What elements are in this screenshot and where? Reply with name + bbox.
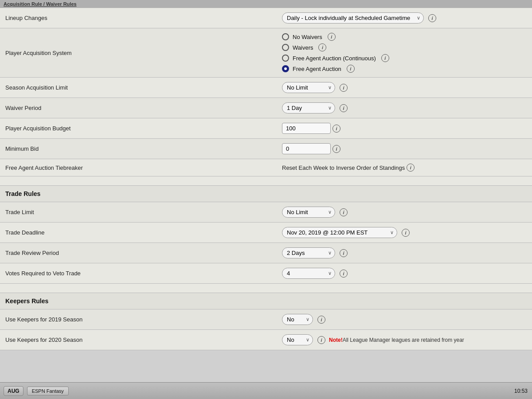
- lineup-changes-select-wrapper[interactable]: Daily - Lock individually at Scheduled G…: [282, 12, 424, 23]
- radio-label-faa: Free Agent Auction: [293, 66, 341, 72]
- keepers-2019-row: Use Keepers for 2019 Season No i: [0, 309, 532, 330]
- minimum-bid-info-icon[interactable]: i: [332, 145, 340, 153]
- votes-required-control: 4 i: [277, 263, 532, 284]
- trade-limit-label: Trade Limit: [0, 202, 277, 223]
- keepers-2020-control: No i Note! All League Manager leagues ar…: [277, 330, 532, 350]
- trade-review-info-icon[interactable]: i: [340, 249, 348, 257]
- trade-deadline-inline: Nov 20, 2019 @ 12:00 PM EST i: [282, 227, 527, 238]
- no-waivers-info-icon[interactable]: i: [328, 33, 336, 41]
- trade-limit-select[interactable]: No Limit: [282, 207, 335, 218]
- tiebreaker-inline: Reset Each Week to Inverse Order of Stan…: [282, 164, 527, 172]
- tiebreaker-value: Reset Each Week to Inverse Order of Stan…: [282, 164, 405, 171]
- trade-deadline-control: Nov 20, 2019 @ 12:00 PM EST i: [277, 223, 532, 243]
- season-acquisition-select-wrapper[interactable]: No Limit: [282, 82, 335, 93]
- season-acquisition-label: Season Acquisition Limit: [0, 78, 277, 98]
- minimum-bid-input[interactable]: [282, 143, 331, 154]
- taskbar-start-button[interactable]: AUG: [4, 386, 23, 396]
- faa-info-icon[interactable]: i: [347, 65, 355, 73]
- votes-required-select[interactable]: 4: [282, 268, 335, 279]
- waiver-period-select-wrapper[interactable]: 1 Day: [282, 102, 335, 113]
- acquisition-budget-info-icon[interactable]: i: [332, 125, 340, 133]
- minimum-bid-row: Minimum Bid i: [0, 139, 532, 159]
- lineup-changes-info-icon[interactable]: i: [428, 14, 436, 22]
- trade-deadline-info-icon[interactable]: i: [402, 229, 410, 237]
- season-acquisition-select[interactable]: No Limit: [282, 82, 335, 93]
- waiver-period-info-icon[interactable]: i: [340, 104, 348, 112]
- waiver-period-row: Waiver Period 1 Day i: [0, 98, 532, 118]
- lineup-changes-label: Lineup Changes: [0, 8, 277, 28]
- page-wrapper: Acquisition Rule / Waiver Rules Lineup C…: [0, 0, 532, 399]
- keepers-2019-label: Use Keepers for 2019 Season: [0, 309, 277, 330]
- season-acquisition-inline: No Limit i: [282, 82, 527, 93]
- content-area: Lineup Changes Daily - Lock individually…: [0, 8, 532, 350]
- lineup-changes-select[interactable]: Daily - Lock individually at Scheduled G…: [282, 12, 424, 23]
- votes-required-inline: 4 i: [282, 268, 527, 279]
- radio-waivers[interactable]: Waivers i: [282, 43, 527, 51]
- page-title: Acquisition Rule / Waiver Rules: [4, 1, 77, 7]
- tiebreaker-info-icon[interactable]: i: [407, 164, 415, 172]
- trade-limit-info-icon[interactable]: i: [340, 208, 348, 216]
- trade-review-select[interactable]: 2 Days: [282, 247, 335, 258]
- tiebreaker-control: Reset Each Week to Inverse Order of Stan…: [277, 159, 532, 176]
- keepers-2019-select[interactable]: No: [282, 314, 313, 325]
- trade-review-control: 2 Days i: [277, 243, 532, 263]
- keepers-rules-header-row: Keepers Rules: [0, 293, 532, 309]
- keepers-2019-select-wrapper[interactable]: No: [282, 314, 313, 325]
- top-bar: Acquisition Rule / Waiver Rules: [0, 0, 532, 8]
- waiver-period-select[interactable]: 1 Day: [282, 102, 335, 113]
- keepers-2019-control: No i: [277, 309, 532, 330]
- trade-limit-inline: No Limit i: [282, 207, 527, 218]
- acquisition-budget-input[interactable]: [282, 123, 331, 134]
- season-acquisition-info-icon[interactable]: i: [340, 84, 348, 92]
- trade-review-select-wrapper[interactable]: 2 Days: [282, 247, 335, 258]
- radio-label-waivers: Waivers: [293, 44, 313, 51]
- lineup-changes-row: Lineup Changes Daily - Lock individually…: [0, 8, 532, 28]
- trade-deadline-select-wrapper[interactable]: Nov 20, 2019 @ 12:00 PM EST: [282, 227, 397, 238]
- settings-table: Lineup Changes Daily - Lock individually…: [0, 8, 532, 350]
- keepers-2019-info-icon[interactable]: i: [317, 316, 325, 324]
- radio-faa[interactable]: Free Agent Auction i: [282, 65, 527, 73]
- keepers-2020-note: Note!: [329, 337, 343, 343]
- radio-circle-waivers[interactable]: [282, 44, 289, 51]
- keepers-2020-info-icon[interactable]: i: [317, 336, 325, 344]
- radio-circle-faa-continuous[interactable]: [282, 55, 289, 62]
- votes-required-select-wrapper[interactable]: 4: [282, 268, 335, 279]
- trade-rules-header-row: Trade Rules: [0, 186, 532, 202]
- minimum-bid-inline: i: [282, 143, 527, 154]
- taskbar-item-browser[interactable]: ESPN Fantasy: [27, 387, 69, 395]
- acquisition-budget-row: Player Acquisition Budget i: [0, 118, 532, 139]
- minimum-bid-control: i: [277, 139, 532, 159]
- lineup-changes-inline: Daily - Lock individually at Scheduled G…: [282, 12, 527, 23]
- radio-faa-continuous[interactable]: Free Agent Auction (Continuous) i: [282, 54, 527, 62]
- keepers-2019-inline: No i: [282, 314, 527, 325]
- radio-circle-no-waivers[interactable]: [282, 33, 289, 40]
- spacer-row-2: [0, 284, 532, 293]
- lineup-changes-control: Daily - Lock individually at Scheduled G…: [277, 8, 532, 28]
- radio-no-waivers[interactable]: No Waivers i: [282, 33, 527, 41]
- votes-required-info-icon[interactable]: i: [340, 270, 348, 278]
- keepers-2020-label: Use Keepers for 2020 Season: [0, 330, 277, 350]
- acquisition-budget-inline: i: [282, 123, 527, 134]
- tiebreaker-row: Free Agent Auction Tiebreaker Reset Each…: [0, 159, 532, 176]
- player-acquisition-row: Player Acquisition System No Waivers i W…: [0, 28, 532, 78]
- waiver-period-inline: 1 Day i: [282, 102, 527, 113]
- faa-continuous-info-icon[interactable]: i: [381, 54, 389, 62]
- radio-label-faa-continuous: Free Agent Auction (Continuous): [293, 55, 376, 62]
- keepers-2020-inline: No i Note! All League Manager leagues ar…: [282, 334, 527, 345]
- keepers-2020-select-wrapper[interactable]: No: [282, 334, 313, 345]
- trade-deadline-label: Trade Deadline: [0, 223, 277, 243]
- minimum-bid-label: Minimum Bid: [0, 139, 277, 159]
- trade-rules-header: Trade Rules: [0, 186, 532, 202]
- acquisition-budget-control: i: [277, 118, 532, 139]
- trade-deadline-select[interactable]: Nov 20, 2019 @ 12:00 PM EST: [282, 227, 397, 238]
- radio-circle-faa[interactable]: [282, 65, 289, 72]
- tiebreaker-label: Free Agent Auction Tiebreaker: [0, 159, 277, 176]
- votes-required-label: Votes Required to Veto Trade: [0, 263, 277, 284]
- keepers-2020-note-text: All League Manager leagues are retained …: [343, 337, 464, 343]
- trade-limit-select-wrapper[interactable]: No Limit: [282, 207, 335, 218]
- waivers-info-icon[interactable]: i: [318, 43, 326, 51]
- spacer-row-1: [0, 176, 532, 186]
- trade-review-row: Trade Review Period 2 Days i: [0, 243, 532, 263]
- player-acquisition-label: Player Acquisition System: [0, 28, 277, 78]
- keepers-2020-select[interactable]: No: [282, 334, 313, 345]
